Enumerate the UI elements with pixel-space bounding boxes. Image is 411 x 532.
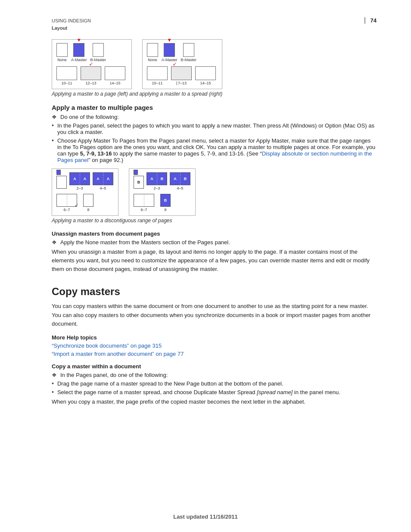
unassign-diamond: ❖ Apply the None master from the Masters… xyxy=(52,239,377,246)
diag2-r-spread-67: 6–7 xyxy=(134,194,154,212)
breadcrumb-line1: USING INDESIGN xyxy=(52,17,91,25)
import-master-link[interactable]: “Import a master from another document” … xyxy=(52,351,184,357)
r-page-4-box: A xyxy=(170,172,180,185)
copy-within-heading: Copy a master within a document xyxy=(52,363,377,370)
page-8-box xyxy=(83,194,93,207)
r-spread-23-label: 2–3 xyxy=(153,186,160,190)
page-8-label: 8 xyxy=(87,208,89,212)
diagram1-right-panel: None ▼ A-Master B-Master 10–11 xyxy=(142,39,222,89)
copy-bullet2: • Select the page name of a master sprea… xyxy=(52,389,377,395)
copy-masters-heading: Copy masters xyxy=(52,286,377,298)
r-page-c7-13: ↙ ⌊7–13 xyxy=(171,66,192,85)
copy-within-diamond: ❖ In the Pages panel, do one of the foll… xyxy=(52,372,377,378)
diag2-r-spread-45: A B 4–5 xyxy=(170,172,190,190)
r-page-10-11: 10–11 xyxy=(147,66,168,85)
diag2-right-top: B A B 2–3 A B 4–5 xyxy=(134,172,191,190)
apply-diamond-item: ❖ Do one of the following: xyxy=(52,114,377,120)
diagram1-right-top: None ▼ A-Master B-Master xyxy=(147,43,216,62)
diag2-rp1: B xyxy=(134,172,144,189)
page-a-master: ▼ A-Master xyxy=(71,43,87,62)
page-none-box xyxy=(56,43,68,57)
section-apply-heading: Apply a master to multiple pages xyxy=(52,104,377,111)
spread-23-label: 2–3 xyxy=(76,186,83,190)
apply-bullet1: • In the Pages panel, select the pages t… xyxy=(52,122,377,135)
page-none: None xyxy=(56,43,68,62)
copy-last-para: When you copy a master, the page prefix … xyxy=(52,398,377,406)
arrow-indicator: ▼ xyxy=(76,37,81,43)
page-14-15-box xyxy=(105,66,125,80)
r-page-6-box xyxy=(134,194,144,207)
page-5-box: A xyxy=(103,172,113,185)
breadcrumb: USING INDESIGN Layout xyxy=(52,17,91,31)
diamond-icon: ❖ xyxy=(52,114,57,120)
r-page-7-box xyxy=(144,194,154,207)
r-page-8-box: B xyxy=(160,194,171,207)
r-page-b-master-box xyxy=(183,43,194,57)
bullet-dot-2: • xyxy=(52,137,54,144)
diag2-p1 xyxy=(56,172,67,189)
diagram2-caption: Applying a master to a discontiguous ran… xyxy=(52,218,377,224)
page-10-11: 10–11 xyxy=(56,66,77,85)
copy-bullet1: • Drag the page name of a master spread … xyxy=(52,380,377,387)
spread-45-label: 4–5 xyxy=(100,186,106,190)
unassign-heading: Unassign masters from document pages xyxy=(52,230,377,237)
spread-67-label: 6–7 xyxy=(63,208,70,212)
more-help-link1-container: “Synchronize book documents” on page 315 xyxy=(52,342,377,349)
diagram2-right: B A B 2–3 A B 4–5 xyxy=(129,168,196,216)
copy-masters-paragraph: You can copy masters within the same doc… xyxy=(52,302,377,328)
page-number: 74 xyxy=(364,17,377,24)
diagram1-caption: Applying a master to a page (left) and a… xyxy=(52,91,377,97)
r-page-14-15: 14–15 xyxy=(195,66,216,85)
bullet-dot-1: • xyxy=(52,122,54,129)
spread-67-boxes: ↙ xyxy=(56,194,77,207)
page-12-13-box xyxy=(81,66,101,80)
r-arrow-indicator: ▼ xyxy=(167,37,172,43)
r-page-2-box: A xyxy=(146,172,157,185)
r-page-a-master: ▼ A-Master xyxy=(162,43,177,62)
page-3-box: A xyxy=(80,172,90,185)
r-spread-67-label: 6–7 xyxy=(140,208,147,212)
diag2-spread-45: A A 4–5 xyxy=(93,172,113,190)
apply-bullet2: • Choose Apply Master To Pages from the … xyxy=(52,137,377,163)
page-footer: Last updated 11/16/2011 xyxy=(0,513,411,520)
sync-book-link[interactable]: “Synchronize book documents” on page 315 xyxy=(52,342,162,349)
copy-bullet-dot-1: • xyxy=(52,380,54,387)
r-spread-45-boxes: A B xyxy=(170,172,190,185)
more-help-link2-container: “Import a master from another document” … xyxy=(52,351,377,357)
diag2-r-page-8: B 8 xyxy=(160,194,171,212)
page-b-master-box xyxy=(93,43,104,57)
copy-within-diamond-text: In the Pages panel, do one of the follow… xyxy=(60,372,168,378)
page-12-13: ↙ 12–13 xyxy=(81,66,101,85)
page-2-box: A xyxy=(69,172,80,185)
page-4-box: A xyxy=(93,172,103,185)
r-page-a-master-box xyxy=(164,43,175,57)
page-a-master-box xyxy=(73,43,84,57)
r-page-10-11-box xyxy=(147,66,168,80)
diagram1: None ▼ A-Master B-Master 10–11 xyxy=(52,39,377,89)
r-page-b-master: B-Master xyxy=(181,43,197,62)
r-page-5-box: B xyxy=(180,172,190,185)
copy-bullet2-text: Select the page name of a master spread,… xyxy=(57,389,340,395)
r-spread-23-boxes: A B xyxy=(146,172,167,185)
diagram2: A A 2–3 A A 4–5 xyxy=(52,168,377,216)
r-page-3-box: B xyxy=(157,172,167,185)
diag2-spread-23: A A 2–3 xyxy=(69,172,90,190)
diag2-right-bottom: 6–7 B 8 xyxy=(134,194,191,212)
diagram1-left-bottom: 10–11 ↙ 12–13 14–15 xyxy=(56,66,125,85)
r-small-sel xyxy=(134,170,138,175)
spread-45-boxes: A A xyxy=(93,172,113,185)
cursor-diag2: ↙ xyxy=(75,202,78,208)
breadcrumb-line2: Layout xyxy=(52,25,91,32)
unassign-paragraph: When you unassign a master from a page, … xyxy=(52,248,377,274)
r-page-box-b1: B xyxy=(134,176,144,189)
diag2-left-top: A A 2–3 A A 4–5 xyxy=(56,172,114,190)
page-b-master: B-Master xyxy=(90,43,106,62)
diag2-r-spread-23: A B 2–3 xyxy=(146,172,167,190)
diag2-left-bottom: ↙ 6–7 8 xyxy=(56,194,114,212)
diagram1-right-bottom: 10–11 ↙ ⌊7–13 14–15 xyxy=(147,66,216,85)
footer-text: Last updated 11/16/2011 xyxy=(173,513,238,520)
small-sel xyxy=(56,170,61,175)
apply-diamond-text: Do one of the following: xyxy=(60,114,119,120)
page-6-box xyxy=(56,194,67,207)
page-14-15: 14–15 xyxy=(105,66,125,85)
